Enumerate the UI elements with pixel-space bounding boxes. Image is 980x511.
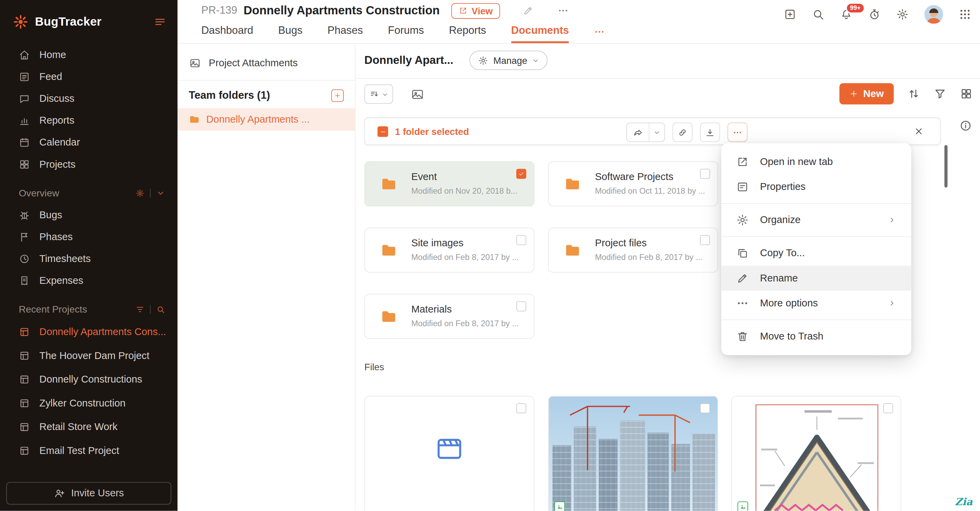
- more-actions-button[interactable]: [728, 123, 748, 142]
- sidebar: BugTracker Home Feed Discuss Reports Cal…: [0, 0, 178, 511]
- recent-project-label: Zylker Construction: [39, 398, 125, 409]
- settings-gear-icon[interactable]: [896, 8, 909, 21]
- new-button[interactable]: New: [839, 83, 894, 104]
- sidebar-item-label: Home: [39, 49, 66, 60]
- invite-users-button[interactable]: Invite Users: [6, 482, 171, 505]
- folder-checkbox[interactable]: [700, 169, 710, 179]
- file-checkbox[interactable]: [883, 403, 893, 413]
- folder-checkbox[interactable]: [516, 301, 526, 311]
- notifications[interactable]: 99+: [840, 8, 853, 21]
- add-team-folder-button[interactable]: [331, 89, 344, 102]
- external-link-icon: [736, 156, 749, 169]
- sidebar-item-phases[interactable]: Phases: [0, 226, 178, 248]
- search-icon[interactable]: [812, 8, 825, 21]
- sidebar-item-label: Discuss: [39, 93, 75, 104]
- folder-card-project-files[interactable]: Project files Modified on Feb 8, 2017 by…: [548, 228, 718, 272]
- recent-project-hoover-dam[interactable]: The Hoover Dam Project: [0, 344, 178, 368]
- upload-image-icon[interactable]: [411, 88, 425, 101]
- filter-funnel-icon[interactable]: [934, 88, 947, 100]
- download-button[interactable]: [700, 123, 720, 142]
- folder-card-software-projects[interactable]: Software Projects Modified on Oct 11, 20…: [548, 161, 718, 206]
- recent-filter-icon[interactable]: [135, 305, 145, 314]
- sidebar-item-label: Phases: [39, 231, 73, 242]
- recent-project-retail-store[interactable]: Retail Store Work: [0, 415, 178, 439]
- recent-project-email-test[interactable]: Email Test Project: [0, 439, 178, 463]
- project-attachments-header[interactable]: Project Attachments: [178, 44, 355, 81]
- image-type-badge-icon: [555, 501, 565, 511]
- add-new-icon[interactable]: [784, 8, 796, 21]
- recent-project-zylker[interactable]: Zylker Construction: [0, 392, 178, 415]
- file-checkbox[interactable]: [516, 403, 526, 413]
- menu-item-open-in-new-tab[interactable]: Open in new tab: [721, 149, 911, 174]
- menu-item-rename[interactable]: Rename: [721, 266, 911, 291]
- sidebar-item-timesheets[interactable]: Timesheets: [0, 248, 178, 269]
- timer-icon[interactable]: [868, 8, 881, 21]
- menu-item-copy-to[interactable]: Copy To...: [721, 241, 911, 266]
- info-icon[interactable]: [959, 119, 972, 132]
- close-icon[interactable]: [914, 126, 924, 136]
- file-card-construction-photo[interactable]: [548, 396, 718, 511]
- view-button[interactable]: View: [451, 3, 500, 18]
- edit-pencil-icon[interactable]: [523, 5, 534, 16]
- recent-project-donnelly-apartments[interactable]: Donnelly Apartments Cons...: [0, 320, 178, 344]
- recent-project-donnelly-constructions[interactable]: Donnelly Constructions: [0, 368, 178, 392]
- sidebar-item-expenses[interactable]: Expenses: [0, 269, 178, 291]
- folder-card-event[interactable]: Event Modified on Nov 20, 2018 b...: [364, 161, 535, 206]
- user-avatar[interactable]: [924, 5, 943, 24]
- tab-phases[interactable]: Phases: [328, 20, 363, 43]
- zia-assistant-button[interactable]: Zia: [955, 496, 972, 508]
- hamburger-menu-icon[interactable]: [154, 16, 166, 29]
- calendar-icon: [19, 137, 30, 148]
- tab-bugs[interactable]: Bugs: [278, 20, 302, 43]
- apps-grid-icon[interactable]: [959, 8, 972, 21]
- sidebar-item-discuss[interactable]: Discuss: [0, 88, 178, 109]
- more-tabs-icon[interactable]: [594, 20, 605, 43]
- tab-documents[interactable]: Documents: [511, 20, 569, 43]
- sidebar-item-home[interactable]: Home: [0, 44, 178, 65]
- project-more-icon[interactable]: [558, 5, 569, 16]
- folder-card-site-images[interactable]: Site images Modified on Feb 8, 2017 by .…: [364, 228, 535, 272]
- sort-view-dropdown[interactable]: [364, 84, 393, 104]
- grid-view-icon[interactable]: [960, 88, 972, 100]
- menu-item-label: More options: [760, 298, 818, 309]
- sidebar-item-calendar[interactable]: Calendar: [0, 131, 178, 153]
- team-folder-item-donnelly[interactable]: Donnelly Apartments ...: [178, 108, 355, 131]
- plus-icon: [334, 92, 341, 99]
- share-button[interactable]: [627, 123, 649, 142]
- menu-item-more-options[interactable]: More options: [721, 291, 911, 316]
- selection-checkbox[interactable]: [378, 126, 388, 137]
- menu-item-move-to-trash[interactable]: Move to Trash: [721, 324, 911, 349]
- sidebar-item-feed[interactable]: Feed: [0, 65, 178, 88]
- roof-diagram: [756, 405, 878, 511]
- folder-card-materials[interactable]: Materials Modified on Feb 8, 2017 by ...: [364, 294, 535, 339]
- sidebar-item-reports[interactable]: Reports: [0, 109, 178, 131]
- file-card-video[interactable]: [364, 396, 535, 511]
- tab-reports[interactable]: Reports: [449, 20, 486, 43]
- menu-item-properties[interactable]: Properties: [721, 175, 911, 199]
- folder-icon: [189, 114, 200, 125]
- menu-item-organize[interactable]: Organize: [721, 208, 911, 232]
- tab-dashboard[interactable]: Dashboard: [201, 20, 253, 43]
- overview-collapse-chevron-icon[interactable]: [156, 189, 165, 198]
- view-button-label: View: [472, 5, 493, 16]
- clock-icon: [19, 253, 30, 264]
- folder-checkbox[interactable]: [700, 235, 710, 245]
- sort-arrows-icon[interactable]: [908, 88, 920, 100]
- sidebar-item-projects[interactable]: Projects: [0, 153, 178, 175]
- scrollbar-thumb[interactable]: [945, 145, 948, 188]
- team-folder-label: Donnelly Apartments ...: [206, 114, 310, 125]
- file-card-roof-diagram[interactable]: [732, 396, 902, 511]
- menu-item-label: Move to Trash: [760, 331, 824, 342]
- menu-item-label: Rename: [760, 272, 798, 284]
- folder-checkbox[interactable]: [516, 235, 526, 245]
- sidebar-item-bugs[interactable]: Bugs: [0, 204, 178, 226]
- recent-search-icon[interactable]: [156, 305, 165, 314]
- copy-link-button[interactable]: [673, 123, 693, 142]
- recent-projects-label: Recent Projects: [19, 304, 87, 315]
- share-options-caret[interactable]: [649, 123, 665, 142]
- manage-dropdown-button[interactable]: Manage: [469, 51, 547, 70]
- overview-settings-icon[interactable]: [135, 189, 145, 198]
- tab-forums[interactable]: Forums: [388, 20, 424, 43]
- file-checkbox[interactable]: [700, 403, 710, 413]
- folder-checkbox-checked[interactable]: [516, 169, 526, 179]
